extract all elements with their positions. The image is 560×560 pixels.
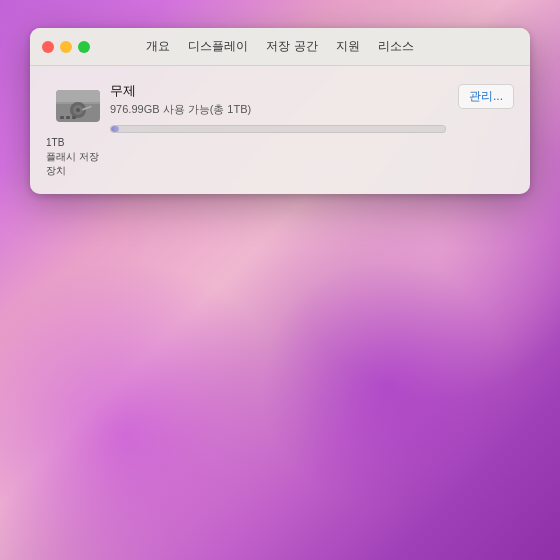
disk-capacity: 976.99GB 사용 가능(총 1TB) (110, 102, 446, 117)
disk-label: 1TB 플래시 저장 장치 (46, 136, 110, 178)
tab-display[interactable]: 디스플레이 (188, 36, 248, 57)
manage-button[interactable]: 관리... (458, 84, 514, 109)
minimize-button[interactable] (60, 41, 72, 53)
tab-support[interactable]: 지원 (336, 36, 360, 57)
svg-rect-8 (66, 116, 70, 119)
bg-blob-3 (260, 260, 510, 510)
tab-overview[interactable]: 개요 (146, 36, 170, 57)
disk-icon (52, 80, 104, 132)
storage-progress-bar (110, 125, 446, 133)
manage-button-container: 관리... (458, 80, 514, 109)
svg-rect-9 (72, 116, 76, 119)
hdd-svg (52, 80, 104, 132)
svg-rect-7 (60, 116, 64, 119)
tab-storage[interactable]: 저장 공간 (266, 36, 317, 57)
close-button[interactable] (42, 41, 54, 53)
maximize-button[interactable] (78, 41, 90, 53)
system-preferences-window: 개요 디스플레이 저장 공간 지원 리소스 (30, 28, 530, 194)
progress-bar-fill (111, 126, 119, 132)
window-controls (42, 41, 90, 53)
svg-rect-1 (56, 90, 100, 104)
content-area: 1TB 플래시 저장 장치 무제 976.99GB 사용 가능(총 1TB) 관… (30, 66, 530, 194)
disk-name: 무제 (110, 82, 446, 100)
svg-point-5 (76, 108, 80, 112)
disk-info: 무제 976.99GB 사용 가능(총 1TB) (110, 80, 446, 133)
storage-row: 1TB 플래시 저장 장치 무제 976.99GB 사용 가능(총 1TB) 관… (46, 80, 514, 178)
bg-blob-1 (0, 260, 300, 560)
disk-icon-col: 1TB 플래시 저장 장치 (46, 80, 110, 178)
title-bar: 개요 디스플레이 저장 공간 지원 리소스 (30, 28, 530, 66)
menu-tabs: 개요 디스플레이 저장 공간 지원 리소스 (146, 36, 413, 57)
tab-resources[interactable]: 리소스 (378, 36, 414, 57)
